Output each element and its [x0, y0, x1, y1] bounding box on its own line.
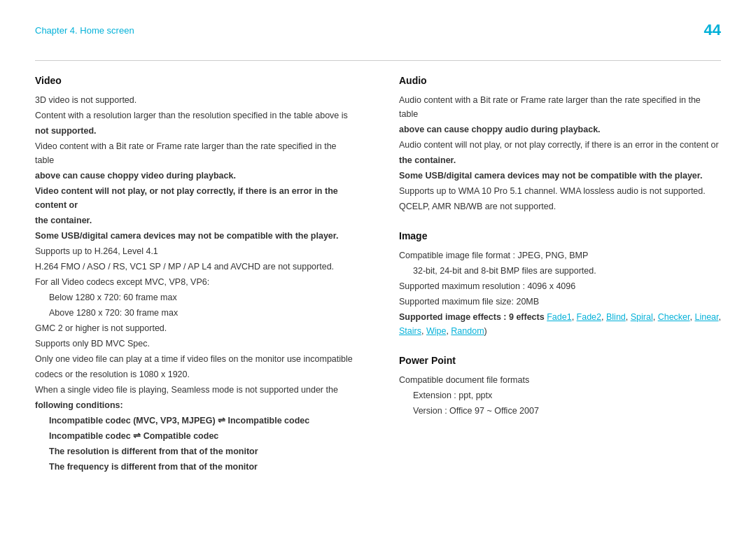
video-line-8: Some USB/digital camera devices may not … [35, 229, 357, 243]
image-effects-label: Supported image effects : 9 effects [399, 312, 547, 322]
effect-random[interactable]: Random [451, 326, 484, 336]
audio-usb: Some USB/digital camera devices may not … [399, 171, 702, 181]
video-line-19: following conditions: [35, 398, 357, 412]
video-line-3: not supported. [35, 124, 357, 138]
effect-wipe[interactable]: Wipe [426, 326, 446, 336]
effect-fade2[interactable]: Fade2 [577, 312, 601, 322]
effect-blind[interactable]: Blind [606, 312, 626, 322]
image-effects-line: Supported image effects : 9 effects Fade… [399, 310, 721, 338]
image-line-4: Supported maximum file size: 20MB [399, 295, 721, 309]
page-container: Chapter 4. Home screen 44 Video 3D video… [0, 0, 756, 534]
video-line-13: Above 1280 x 720: 30 frame max [35, 306, 357, 320]
right-column: Audio Audio content with a Bit rate or F… [399, 75, 721, 491]
ppt-line-2: Extension : ppt, pptx [399, 388, 721, 402]
effect-linear[interactable]: Linear [694, 312, 718, 322]
video-line-4: Video content with a Bit rate or Frame r… [35, 139, 357, 167]
powerpoint-section-title: Power Point [399, 355, 721, 366]
audio-section: Audio Audio content with a Bit rate or F… [399, 75, 721, 213]
effect-spiral[interactable]: Spiral [631, 312, 653, 322]
header-divider [35, 60, 721, 61]
page-header: Chapter 4. Home screen 44 [35, 21, 721, 39]
image-line-2: 32-bit, 24-bit and 8-bit BMP files are s… [399, 264, 721, 278]
video-line-14: GMC 2 or higher is not supported. [35, 321, 357, 335]
video-codec1: Incompatible codec (MVC, VP3, MJPEG) ⇌ I… [49, 416, 309, 426]
audio-line-4: the container. [399, 153, 721, 167]
audio-line-2: above can cause choppy audio during play… [399, 122, 721, 136]
video-line-2: Content with a resolution larger than th… [35, 108, 357, 122]
video-resolution: The resolution is different from that of… [49, 447, 258, 456]
video-section: Video 3D video is not supported. Content… [35, 75, 357, 474]
video-container: the container. [35, 216, 92, 225]
video-frequency: The frequency is different from that of … [49, 462, 258, 472]
audio-choppy: above can cause choppy audio during play… [399, 125, 601, 134]
video-line-10: H.264 FMO / ASO / RS, VC1 SP / MP / AP L… [35, 260, 357, 274]
video-line-16: Only one video file can play at a time i… [35, 352, 357, 366]
ppt-line-3: Version : Office 97 ~ Office 2007 [399, 404, 721, 418]
video-line-15: Supports only BD MVC Spec. [35, 337, 357, 351]
image-line-3: Supported maximum resolution : 4096 x 40… [399, 279, 721, 293]
video-choppy: above can cause choppy video during play… [35, 171, 236, 181]
video-section-title: Video [35, 75, 357, 86]
video-not-supported: not supported. [35, 126, 97, 136]
video-following: following conditions: [35, 400, 123, 410]
audio-section-title: Audio [399, 75, 721, 86]
video-line-1: 3D video is not supported. [35, 93, 357, 107]
video-line-5: above can cause choppy video during play… [35, 169, 357, 183]
effect-checker[interactable]: Checker [658, 312, 690, 322]
image-section-title: Image [399, 230, 721, 241]
audio-line-7: QCELP, AMR NB/WB are not supported. [399, 199, 721, 213]
audio-line-5: Some USB/digital camera devices may not … [399, 169, 721, 183]
powerpoint-section: Power Point Compatible document file for… [399, 355, 721, 418]
video-line-9: Supports up to H.264, Level 4.1 [35, 244, 357, 258]
video-not-play: Video content will not play, or not play… [35, 186, 338, 210]
video-line-20: Incompatible codec (MVC, VP3, MJPEG) ⇌ I… [35, 414, 357, 428]
left-column: Video 3D video is not supported. Content… [35, 75, 357, 491]
video-codec2: Incompatible codec ⇌ Compatible codec [49, 431, 218, 441]
audio-line-1: Audio content with a Bit rate or Frame r… [399, 93, 721, 121]
page-number: 44 [704, 21, 721, 39]
image-line-1: Compatible image file format : JPEG, PNG… [399, 248, 721, 262]
video-line-12: Below 1280 x 720: 60 frame max [35, 290, 357, 304]
audio-line-6: Supports up to WMA 10 Pro 5.1 channel. W… [399, 184, 721, 198]
image-section: Image Compatible image file format : JPE… [399, 230, 721, 338]
video-line-17: codecs or the resolution is 1080 x 1920. [35, 367, 357, 381]
video-line-18: When a single video file is playing, Sea… [35, 383, 357, 397]
video-line-21: Incompatible codec ⇌ Compatible codec [35, 429, 357, 443]
chapter-link[interactable]: Chapter 4. Home screen [35, 25, 134, 36]
audio-line-3: Audio content will not play, or not play… [399, 138, 721, 152]
content-columns: Video 3D video is not supported. Content… [35, 75, 721, 491]
video-line-23: The frequency is different from that of … [35, 460, 357, 474]
video-line-6: Video content will not play, or not play… [35, 184, 357, 212]
video-usb: Some USB/digital camera devices may not … [35, 231, 338, 241]
effect-stairs[interactable]: Stairs [399, 326, 421, 336]
video-line-22: The resolution is different from that of… [35, 444, 357, 458]
audio-container: the container. [399, 155, 456, 165]
video-line-7: the container. [35, 213, 357, 227]
ppt-line-1: Compatible document file formats [399, 373, 721, 387]
effect-fade1[interactable]: Fade1 [547, 312, 571, 322]
video-line-11: For all Video codecs except MVC, VP8, VP… [35, 275, 357, 289]
